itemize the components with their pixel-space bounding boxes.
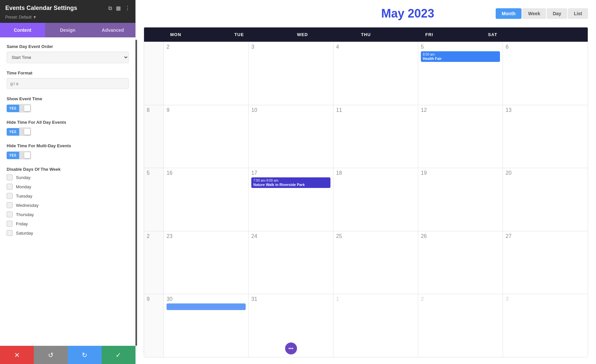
checkbox-label-monday: Monday [16, 184, 31, 189]
cell-jun-3[interactable]: 3 [503, 294, 588, 357]
checkbox-box-tuesday[interactable] [7, 193, 13, 199]
checkbox-friday[interactable]: Friday [7, 221, 129, 227]
day-header-fri: FRI [398, 27, 461, 42]
cell-num-6: 6 [506, 44, 585, 50]
checkbox-box-thursday[interactable] [7, 211, 13, 217]
show-event-time-toggle[interactable]: YES [7, 104, 129, 113]
cell-jun-2[interactable]: 2 [418, 294, 503, 357]
sidebar-header-icons: ⧉ ▦ ⋮ [108, 5, 130, 11]
checkbox-sunday[interactable]: Sunday [7, 174, 129, 180]
checkbox-label-friday: Friday [16, 221, 28, 226]
more-icon[interactable]: ⋮ [125, 5, 130, 11]
cell-may-26[interactable]: 26 [418, 231, 503, 294]
more-events-button[interactable]: ••• [285, 342, 297, 354]
checkbox-wednesday[interactable]: Wednesday [7, 202, 129, 208]
undo-button[interactable]: ↺ [34, 346, 68, 364]
window-icon[interactable]: ⧉ [108, 5, 112, 11]
toggle-yes-label: YES [7, 105, 19, 112]
cell-may-28-partial: 9 [144, 294, 164, 357]
event-health-fair[interactable]: 8:00 am Health Fair [421, 51, 500, 62]
sidebar-bottom-bar: ✕ ↺ ↻ ✓ [0, 346, 135, 364]
cell-num-13: 13 [506, 107, 585, 113]
checkbox-monday[interactable]: Monday [7, 184, 129, 190]
view-list-button[interactable]: List [568, 8, 588, 19]
cancel-button[interactable]: ✕ [0, 346, 34, 364]
week-2: 8 9 10 11 12 13 [144, 105, 588, 168]
cell-may-25[interactable]: 25 [333, 231, 418, 294]
cell-may-19[interactable]: 19 [418, 168, 503, 231]
cell-may-5[interactable]: 5 8:00 am Health Fair [418, 42, 503, 105]
event-health-fair-time: 8:00 am [423, 53, 498, 56]
cell-num-7p: 8 [147, 107, 161, 113]
cell-may-30[interactable]: 30 [164, 294, 249, 357]
day-header-thu: THU [334, 27, 397, 42]
cell-may-18[interactable]: 18 [333, 168, 418, 231]
time-format-label: Time Format [7, 70, 129, 75]
toggle-switch2[interactable] [19, 127, 31, 136]
toggle-switch3[interactable] [19, 151, 31, 159]
cell-may-2[interactable]: 2 [164, 42, 249, 105]
tab-content[interactable]: Content [0, 23, 45, 37]
calendar-body: 2 3 4 5 8:00 am Health Fair 6 [144, 42, 588, 357]
toggle-switch[interactable] [19, 104, 31, 113]
cell-may-23[interactable]: 23 [164, 231, 249, 294]
event-nature-walk[interactable]: 7:00 am-9:00 am Nature Walk in Riverside… [251, 177, 330, 188]
same-day-order-group: Same Day Event Order Start Time End Time… [7, 44, 129, 63]
view-day-button[interactable]: Day [547, 8, 567, 19]
view-week-button[interactable]: Week [522, 8, 546, 19]
cell-may-10[interactable]: 10 [249, 105, 333, 168]
hide-time-allday-toggle[interactable]: YES [7, 127, 129, 136]
checkbox-box-sunday[interactable] [7, 174, 13, 180]
event-nature-walk-title: Nature Walk in Riverside Park [253, 183, 305, 187]
cell-may-16[interactable]: 16 [164, 168, 249, 231]
redo-button[interactable]: ↻ [68, 346, 102, 364]
cell-may-7-partial: 8 [144, 105, 164, 168]
undo-icon: ↺ [48, 351, 54, 359]
toggle-knob [24, 105, 30, 111]
cell-may-9[interactable]: 9 [164, 105, 249, 168]
checkbox-thursday[interactable]: Thursday [7, 211, 129, 217]
checkbox-box-saturday[interactable] [7, 230, 13, 236]
show-event-time-label: Show Event Time [7, 96, 129, 101]
checkbox-box-wednesday[interactable] [7, 202, 13, 208]
save-button[interactable]: ✓ [102, 346, 135, 364]
grid-icon[interactable]: ▦ [116, 5, 121, 11]
tab-advanced[interactable]: Advanced [90, 23, 135, 37]
cell-may-12[interactable]: 12 [418, 105, 503, 168]
cell-may-17[interactable]: 17 7:00 am-9:00 am Nature Walk in Rivers… [249, 168, 333, 231]
day-header-mon: MON [144, 27, 207, 42]
calendar-title: May 2023 [320, 7, 496, 21]
cell-jun-1[interactable]: 1 [333, 294, 418, 357]
cell-may-13[interactable]: 13 [503, 105, 588, 168]
cell-num-9: 9 [167, 107, 246, 113]
view-buttons: Month Week Day List [496, 8, 588, 19]
cell-may-4[interactable]: 4 [333, 42, 418, 105]
checkbox-box-monday[interactable] [7, 184, 13, 190]
hide-time-multiday-toggle[interactable]: YES [7, 151, 129, 159]
view-month-button[interactable]: Month [496, 8, 522, 19]
checkbox-box-friday[interactable] [7, 221, 13, 227]
disable-days-checkboxes: Sunday Monday Tuesday Wednesday Thursday [7, 174, 129, 236]
same-day-order-label: Same Day Event Order [7, 44, 129, 49]
cell-may-27[interactable]: 27 [503, 231, 588, 294]
day-header-wed: WED [271, 27, 334, 42]
toggle-yes-label2: YES [7, 128, 19, 136]
checkbox-saturday[interactable]: Saturday [7, 230, 129, 236]
sidebar-title: Events Calendar Settings [5, 5, 77, 12]
cell-num-18: 18 [336, 170, 415, 176]
hide-time-multiday-group: Hide Time For Multi-Day Events YES [7, 143, 129, 159]
event-nature-walk-time: 7:00 am-9:00 am [253, 179, 328, 182]
same-day-order-select[interactable]: Start Time End Time Title [7, 52, 129, 63]
cell-may-3[interactable]: 3 [249, 42, 333, 105]
cell-may-6[interactable]: 6 [503, 42, 588, 105]
time-format-input[interactable] [7, 78, 129, 89]
cell-may-20[interactable]: 20 [503, 168, 588, 231]
cell-num-25: 25 [336, 233, 415, 239]
cell-may-24[interactable]: 24 [249, 231, 333, 294]
tab-design[interactable]: Design [45, 23, 90, 37]
cell-may-31[interactable]: 31 ••• [249, 294, 333, 357]
checkbox-tuesday[interactable]: Tuesday [7, 193, 129, 199]
cell-may-11[interactable]: 11 [333, 105, 418, 168]
calendar-day-headers: MON TUE WED THU FRI SAT [144, 27, 588, 42]
event-may30[interactable] [167, 303, 246, 310]
